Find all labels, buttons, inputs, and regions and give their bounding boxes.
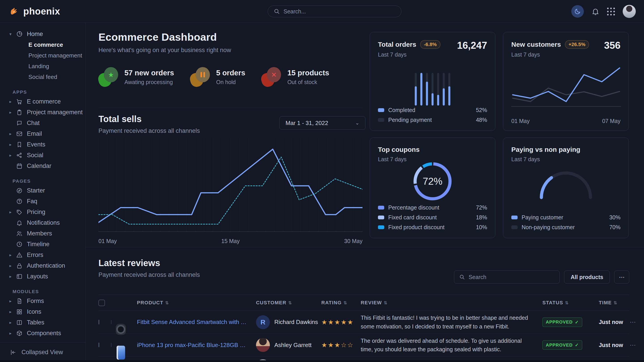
legend-value: 72% <box>476 204 487 211</box>
sidebar-item-notifications[interactable]: Notifications <box>0 217 85 228</box>
caret-right-icon: ▸ <box>10 263 16 268</box>
sort-icon: ⇅ <box>614 300 617 306</box>
column-header-product[interactable]: PRODUCT⇅ <box>137 300 256 306</box>
stat-sub: Out of stock <box>287 79 329 85</box>
legend-label: Percentage discount <box>388 204 472 211</box>
row-actions-button[interactable]: ⋯ <box>630 342 637 349</box>
theme-toggle-moon-icon[interactable] <box>571 5 584 18</box>
sidebar-item-label: Notifications <box>27 219 60 226</box>
product-thumbnail[interactable] <box>111 343 112 347</box>
navbar-actions <box>571 0 636 23</box>
date-range-value: Mar 1 - 31, 2022 <box>286 120 328 127</box>
sidebar-item-forms[interactable]: ▸Forms <box>0 296 85 306</box>
sidebar-item-label: Calendar <box>27 163 52 169</box>
sidebar-item-e-commerce[interactable]: ▸E commerce <box>0 96 85 107</box>
all-products-button[interactable]: All products <box>564 271 610 284</box>
sidebar-subitem-social-feed[interactable]: Social feed <box>0 71 85 82</box>
clock-icon <box>16 241 27 248</box>
reviews-search[interactable] <box>454 271 560 284</box>
notifications-bell-icon[interactable] <box>592 7 600 15</box>
product-link[interactable]: iPhone 13 pro max-Pacific Blue-128GB sto… <box>137 342 256 349</box>
order-bar <box>415 73 417 105</box>
row-actions-button[interactable]: ⋯ <box>630 318 637 326</box>
sidebar-item-events[interactable]: ▸Events <box>0 139 85 150</box>
sidebar-item-calendar[interactable]: Calendar <box>0 161 85 171</box>
card-period: Last 7 days <box>378 51 487 58</box>
stat-value: 57 new orders <box>124 69 174 77</box>
legend-value: 48% <box>476 117 487 123</box>
cross-icon: ✕ <box>261 67 282 87</box>
share-icon <box>16 152 27 159</box>
row-checkbox[interactable] <box>98 343 99 347</box>
product-thumbnail[interactable] <box>111 320 112 324</box>
sidebar-item-icons[interactable]: ▸Icons <box>0 306 85 317</box>
brand-logo[interactable]: phoenix <box>0 6 60 17</box>
column-header-customer[interactable]: CUSTOMER⇅ <box>256 300 321 306</box>
order-bar <box>443 73 445 105</box>
column-header-time[interactable]: TIME⇅ <box>599 300 630 306</box>
page-header: Ecommerce Dashboard Here's what's going … <box>98 31 231 54</box>
reviews-table-body: Fitbit Sense Advanced Smartwatch with To… <box>98 311 629 362</box>
collapsed-view-toggle[interactable]: Collapsed View <box>0 342 85 362</box>
reviews-search-input[interactable] <box>468 274 554 280</box>
status-badge: APPROVED ✓ <box>542 340 582 350</box>
sidebar-item-social[interactable]: ▸Social <box>0 150 85 161</box>
caret-right-icon: ▸ <box>10 142 16 147</box>
global-search-input[interactable] <box>284 8 396 15</box>
page-subtitle: Here's what's going on at your business … <box>98 47 231 54</box>
review-text: This Fitbit is fantastic! I was trying t… <box>361 314 542 331</box>
order-bar <box>437 73 439 105</box>
sidebar-item-starter[interactable]: Starter <box>0 185 85 196</box>
caret-right-icon: ▸ <box>10 210 16 215</box>
more-options-button[interactable]: ⋯ <box>614 271 629 284</box>
caret-right-icon: ▸ <box>10 309 16 314</box>
apps-grid-icon[interactable] <box>607 7 615 15</box>
customer-avatar: R <box>256 315 270 329</box>
sort-icon: ⇅ <box>384 300 388 306</box>
sidebar-item-email[interactable]: ▸Email <box>0 128 85 139</box>
column-header-rating[interactable]: RATING⇅ <box>321 300 361 306</box>
sidebar-item-timeline[interactable]: Timeline <box>0 239 85 250</box>
latest-reviews-title: Latest reviews <box>98 258 200 268</box>
date-range-select[interactable]: Mar 1 - 31, 2022 ⌄ <box>280 116 366 130</box>
sidebar-item-home[interactable]: ▾ Home <box>0 29 85 39</box>
sidebar-subitem-e-commerce[interactable]: E commerce <box>0 39 85 50</box>
sidebar-item-label: Tables <box>27 319 44 326</box>
sidebar-subitem-landing[interactable]: Landing <box>0 61 85 71</box>
global-search[interactable] <box>268 5 402 17</box>
sidebar-item-chat[interactable]: Chat <box>0 118 85 128</box>
x-label: 01 May <box>511 118 530 124</box>
sidebar-item-tables[interactable]: ▸Tables <box>0 317 85 328</box>
latest-reviews-header: Latest reviews Payment received across a… <box>98 258 200 278</box>
sidebar-item-authentication[interactable]: ▸Authentication <box>0 260 85 271</box>
sidebar-subitem-project-management[interactable]: Project management <box>0 50 85 61</box>
new-customers-x-axis: 01 May 07 May <box>511 118 620 124</box>
legend-swatch <box>378 206 384 210</box>
sidebar-section-title: MODULES <box>0 289 85 294</box>
sidebar-item-members[interactable]: Members <box>0 228 85 239</box>
card-period: Last 7 days <box>511 156 620 163</box>
product-link[interactable]: Fitbit Sense Advanced Smartwatch with To… <box>137 319 256 326</box>
stat-star: ★57 new ordersAwating processing <box>98 67 174 87</box>
review-text: The order was delivered ahead of schedul… <box>361 337 542 354</box>
total-sells-x-axis: 01 May 15 May 30 May <box>98 238 362 244</box>
column-header-review[interactable]: REVIEW⇅ <box>361 300 542 306</box>
select-all-checkbox[interactable] <box>98 300 111 306</box>
user-avatar[interactable] <box>622 5 636 18</box>
sidebar-item-components[interactable]: ▸Components <box>0 328 85 339</box>
sidebar-item-errors[interactable]: ▸Errors <box>0 250 85 260</box>
page-title: Ecommerce Dashboard <box>98 31 231 43</box>
cart-icon <box>16 98 27 105</box>
sidebar-item-project-management[interactable]: ▸Project management <box>0 107 85 118</box>
legend-swatch <box>378 118 384 122</box>
sidebar-item-label: Events <box>27 141 46 148</box>
row-checkbox[interactable] <box>98 320 99 325</box>
rating-stars: ★★★☆☆ <box>321 341 361 349</box>
sidebar-item-faq[interactable]: Faq <box>0 196 85 207</box>
stat-value: 5 orders <box>216 69 245 77</box>
sidebar-item-layouts[interactable]: ▸Layouts <box>0 271 85 282</box>
sidebar-item-pricing[interactable]: ▸Pricing <box>0 207 85 217</box>
new-customers-card: New customers +26.5% 356 Last 7 days 01 … <box>503 32 629 131</box>
sort-icon: ⇅ <box>565 300 569 306</box>
column-header-status[interactable]: STATUS⇅ <box>542 300 599 306</box>
